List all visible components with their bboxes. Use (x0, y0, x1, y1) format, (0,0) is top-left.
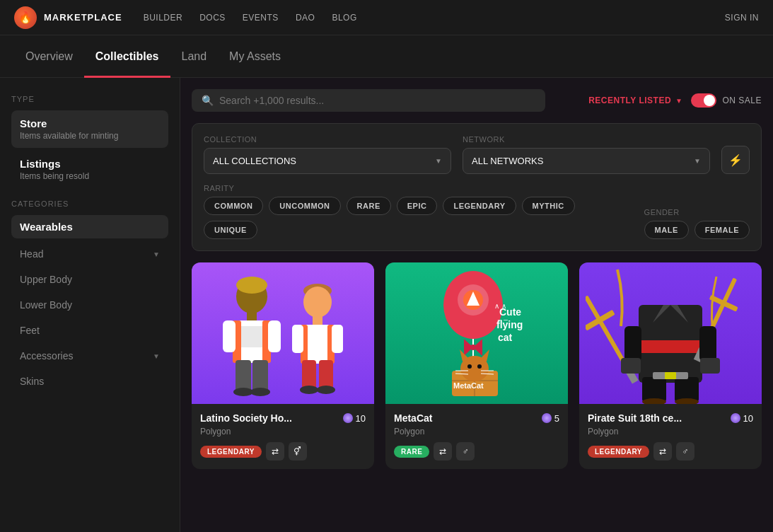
tab-overview[interactable]: Overview (14, 35, 84, 78)
category-head[interactable]: Head ▼ (11, 241, 168, 267)
svg-point-32 (470, 345, 476, 350)
svg-point-14 (303, 287, 332, 318)
item-price-1: 5 (542, 413, 559, 424)
svg-rect-52 (639, 340, 702, 353)
item-image-0 (192, 262, 374, 404)
svg-rect-21 (302, 360, 316, 388)
rarity-uncommon[interactable]: UNCOMMON (269, 197, 340, 215)
category-wearables[interactable]: Wearables (11, 215, 168, 238)
nav-dao[interactable]: DAO (296, 13, 315, 23)
chevron-down-icon: ▼ (153, 352, 160, 360)
nav-events[interactable]: EVENTS (243, 13, 279, 23)
on-sale-toggle[interactable] (691, 93, 716, 108)
rarity-label: RARITY (204, 184, 633, 192)
network-label: NETWORK (463, 135, 710, 144)
rarity-epic[interactable]: EPIC (397, 197, 438, 215)
logo-area[interactable]: 🔥 MARKETPLACE (14, 6, 122, 29)
rarity-buttons: COMMON UNCOMMON RARE EPIC LEGENDARY MYTH… (204, 197, 633, 239)
cat-scene: MetaCat Cute flying cat ∧ ∧ _ _ (385, 262, 568, 404)
search-input[interactable] (219, 95, 535, 106)
network-select[interactable]: ALL NETWORKS ▼ (463, 148, 710, 174)
search-bar: 🔍 RECENTLY LISTED ▼ ON SALE (192, 89, 762, 112)
item-card-2[interactable]: Pirate Suit 18th ce... 10 Polygon LEGEND… (579, 262, 762, 469)
network-select-wrap: ALL NETWORKS ▼ (463, 148, 710, 174)
search-controls: RECENTLY LISTED ▼ ON SALE (588, 93, 762, 108)
sort-button[interactable]: RECENTLY LISTED ▼ (588, 96, 682, 105)
toggle-knob (704, 95, 715, 106)
sub-navigation: Overview Collectibles Land My Assets (0, 35, 773, 78)
svg-rect-60 (665, 372, 676, 379)
svg-rect-22 (319, 360, 333, 388)
rarity-common[interactable]: COMMON (204, 197, 263, 215)
search-icon: 🔍 (202, 95, 214, 106)
item-listing-icon-1: ⇄ (434, 442, 452, 461)
chevron-down-icon: ▼ (694, 157, 701, 165)
item-rarity-badge-1: RARE (394, 446, 429, 458)
gender-label: GENDER (644, 208, 750, 216)
category-skins[interactable]: Skins (11, 369, 168, 394)
svg-rect-56 (675, 377, 699, 402)
tab-my-assets[interactable]: My Assets (218, 35, 292, 78)
nav-blog[interactable]: BLOG (332, 13, 356, 23)
svg-text:flying: flying (496, 319, 523, 330)
type-listings[interactable]: Listings Items being resold (11, 151, 168, 188)
item-title-row-0: Latino Society Ho... 10 (200, 412, 366, 424)
main-layout: TYPE Store Items available for minting L… (0, 78, 773, 532)
rarity-unique[interactable]: UNIQUE (204, 221, 257, 239)
collection-select[interactable]: ALL COLLECTIONS ▼ (204, 148, 451, 174)
tab-collectibles[interactable]: Collectibles (84, 35, 170, 78)
nav-builder[interactable]: BUILDER (144, 13, 183, 23)
collection-select-wrap: ALL COLLECTIONS ▼ (204, 148, 451, 174)
svg-rect-20 (332, 325, 343, 353)
on-sale-toggle-wrap: ON SALE (691, 93, 762, 108)
flash-button[interactable]: ⚡ (721, 146, 750, 174)
mana-icon (731, 413, 740, 423)
main-content: 🔍 RECENTLY LISTED ▼ ON SALE (180, 78, 773, 532)
item-title-row-1: MetaCat 5 (394, 412, 559, 424)
rarity-legendary[interactable]: LEGENDARY (443, 197, 516, 215)
tab-land[interactable]: Land (170, 35, 219, 78)
rarity-group: RARITY COMMON UNCOMMON RARE EPIC LEGENDA… (204, 184, 633, 239)
svg-rect-7 (223, 320, 236, 352)
svg-point-1 (236, 277, 267, 294)
top-nav-links: BUILDER DOCS EVENTS DAO BLOG (144, 13, 725, 23)
item-badges-2: LEGENDARY ⇄ ♂ (588, 442, 753, 461)
svg-rect-70 (700, 358, 720, 374)
item-gender-icon-0: ⚥ (289, 442, 307, 461)
rarity-rare[interactable]: RARE (347, 197, 391, 215)
sidebar: TYPE Store Items available for minting L… (0, 78, 180, 532)
search-input-wrap[interactable]: 🔍 (192, 89, 545, 112)
sign-in-button[interactable]: SIGN IN (725, 13, 759, 23)
gender-female[interactable]: FEMALE (694, 221, 750, 239)
svg-rect-19 (292, 325, 303, 353)
svg-point-40 (477, 364, 482, 369)
type-store[interactable]: Store Items available for minting (11, 110, 168, 148)
categories-label: CATEGORIES (11, 200, 168, 208)
character-2 (289, 284, 346, 397)
item-title-2: Pirate Suit 18th ce... (588, 412, 682, 424)
item-badges-0: LEGENDARY ⇄ ⚥ (200, 442, 366, 461)
svg-rect-10 (252, 360, 268, 392)
item-network-1: Polygon (394, 427, 559, 436)
svg-point-11 (233, 388, 253, 396)
category-upper-body[interactable]: Upper Body (11, 267, 168, 292)
category-feet[interactable]: Feet (11, 318, 168, 343)
chevron-down-icon: ▼ (675, 97, 682, 105)
item-rarity-badge-2: LEGENDARY (588, 446, 649, 458)
gender-group: GENDER MALE FEMALE (644, 208, 750, 239)
svg-rect-8 (268, 320, 281, 352)
item-price-2: 10 (731, 413, 753, 424)
listings-title: Listings (20, 158, 160, 170)
item-image-1: MetaCat Cute flying cat ∧ ∧ _ _ (385, 262, 568, 404)
item-card-1[interactable]: MetaCat Cute flying cat ∧ ∧ _ _ Me (385, 262, 568, 469)
svg-text:MetaCat: MetaCat (453, 381, 484, 390)
svg-rect-69 (699, 326, 716, 362)
gender-male[interactable]: MALE (644, 221, 689, 239)
svg-point-23 (300, 386, 318, 394)
nav-docs[interactable]: DOCS (199, 13, 226, 23)
rarity-mythic[interactable]: MYTHIC (522, 197, 575, 215)
category-lower-body[interactable]: Lower Body (11, 292, 168, 318)
item-card-0[interactable]: Latino Society Ho... 10 Polygon LEGENDAR… (192, 262, 374, 469)
on-sale-label: ON SALE (722, 96, 762, 105)
category-accessories[interactable]: Accessories ▼ (11, 343, 168, 369)
